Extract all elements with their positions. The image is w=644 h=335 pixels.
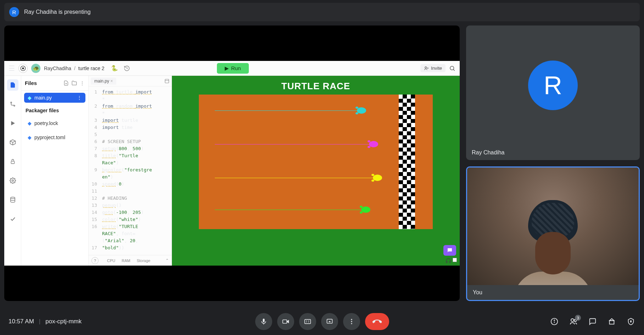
packager-section-label: Packager files	[21, 105, 88, 116]
file-name: pyproject.toml	[34, 135, 65, 140]
packages-rail-icon[interactable]	[7, 137, 18, 148]
time-meeting-code: 10:57 AM | pox-cptj-mmk	[9, 318, 82, 325]
svg-rect-32	[610, 320, 614, 324]
search-icon[interactable]	[449, 65, 455, 72]
bottom-bar: 10:57 AM | pox-cptj-mmk 3	[0, 308, 644, 335]
participants-sidebar: R Ray Chadiha ⋯ You	[466, 25, 640, 301]
code-panel: main.py × 1 2 345678 9 10111213141516 17…	[89, 76, 172, 266]
svg-marker-9	[11, 121, 15, 125]
files-rail-icon[interactable]	[7, 79, 18, 91]
banner-text: Ray Chadiha is presenting	[24, 9, 91, 15]
run-button[interactable]: ▶ Run	[217, 63, 249, 74]
file-item-main[interactable]: ◆ main.py ⋮	[24, 93, 85, 103]
file-name: poetry.lock	[34, 120, 58, 126]
layout-icon[interactable]	[164, 79, 169, 84]
clock-time: 10:57 AM	[9, 318, 34, 325]
svg-line-6	[453, 69, 455, 71]
more-options-button[interactable]	[343, 313, 360, 330]
checkbox-icon[interactable]	[453, 258, 457, 262]
end-call-button[interactable]	[365, 313, 389, 330]
chevron-up-icon[interactable]: ⌃	[166, 258, 169, 263]
svg-rect-21	[304, 319, 310, 324]
turtle-icon	[357, 107, 366, 114]
icon-rail	[4, 76, 21, 266]
settings-rail-icon[interactable]	[7, 175, 18, 186]
code-text: from turtle import * from random import …	[100, 86, 172, 255]
host-controls-icon[interactable]	[626, 317, 635, 326]
replit-window: ☰ 🐢 RayChadiha / turtle race 2 🐍 ▶ Run	[4, 61, 460, 266]
new-file-icon[interactable]	[63, 80, 69, 86]
presentation-banner: R Ray Chadiha is presenting	[4, 3, 640, 21]
replit-toolbar: ☰ 🐢 RayChadiha / turtle race 2 🐍 ▶ Run	[4, 61, 460, 76]
secrets-rail-icon[interactable]	[7, 156, 18, 167]
people-icon[interactable]: 3	[569, 317, 578, 326]
help-icon[interactable]: ?	[91, 257, 99, 264]
svg-point-29	[571, 319, 574, 322]
race-track	[199, 95, 433, 229]
svg-point-1	[22, 67, 24, 69]
right-controls: 3	[550, 317, 635, 326]
info-icon[interactable]	[550, 317, 559, 326]
turtle-icon	[361, 206, 370, 213]
deploy-rail-icon[interactable]	[7, 118, 18, 129]
python-file-icon: ◆	[28, 95, 32, 101]
check-rail-icon[interactable]	[7, 213, 18, 225]
mic-button[interactable]	[255, 313, 272, 330]
you-label: You	[467, 285, 639, 300]
meeting-code: pox-cptj-mmk	[45, 318, 82, 325]
output-footer-icons	[446, 258, 457, 263]
play-icon: ▶	[225, 65, 229, 72]
invite-button[interactable]: Invite	[420, 64, 446, 72]
camera-view	[467, 168, 639, 285]
python-icon: 🐍	[111, 65, 118, 72]
presenter-avatar-large: R	[528, 61, 578, 110]
file-item[interactable]: ◆ pyproject.toml	[24, 132, 85, 142]
chat-icon[interactable]	[588, 317, 597, 326]
activities-icon[interactable]	[607, 317, 616, 326]
svg-rect-19	[282, 320, 287, 323]
svg-point-8	[14, 105, 15, 106]
more-icon[interactable]: ⋮	[80, 80, 85, 86]
main-area: ☰ 🐢 RayChadiha / turtle race 2 🐍 ▶ Run	[0, 21, 644, 301]
svg-point-23	[351, 319, 352, 320]
svg-point-12	[11, 197, 15, 199]
user-avatar-chip[interactable]: 🐢	[31, 64, 40, 73]
camera-button[interactable]	[277, 313, 294, 330]
python-file-icon: ◆	[28, 120, 32, 126]
database-rail-icon[interactable]	[7, 194, 18, 205]
files-title: Files	[25, 80, 37, 86]
code-editor[interactable]: 1 2 345678 9 10111213141516 17 from turt…	[89, 86, 172, 255]
python-file-icon: ◆	[28, 135, 32, 140]
line-gutter: 1 2 345678 9 10111213141516 17	[89, 86, 100, 255]
breadcrumb-owner[interactable]: RayChadiha	[44, 66, 71, 71]
present-button[interactable]	[321, 313, 338, 330]
history-icon[interactable]	[124, 65, 130, 72]
headphones-icon[interactable]	[446, 258, 451, 263]
svg-rect-17	[446, 261, 447, 263]
replit-body: Files ⋮ ◆ main.py ⋮ Packager files	[4, 76, 460, 266]
participant-count-badge: 3	[575, 315, 581, 321]
breadcrumb-project[interactable]: turtle race 2	[78, 66, 105, 71]
chat-fab-icon[interactable]	[443, 245, 456, 256]
replit-logo[interactable]	[18, 64, 28, 73]
presenter-tile[interactable]: R Ray Chadiha	[466, 25, 640, 160]
finish-line	[399, 95, 415, 229]
svg-rect-15	[165, 79, 169, 83]
svg-rect-10	[11, 161, 14, 164]
file-item[interactable]: ◆ poetry.lock	[24, 118, 85, 128]
svg-point-7	[11, 102, 12, 103]
svg-point-11	[12, 180, 13, 182]
version-rail-icon[interactable]	[7, 98, 18, 110]
hamburger-icon[interactable]: ☰	[9, 64, 15, 73]
output-panel: TURTLE RACE	[172, 76, 460, 266]
code-tab-main[interactable]: main.py ×	[91, 78, 116, 85]
you-tile[interactable]: ⋯ You	[466, 166, 640, 301]
svg-point-28	[554, 320, 555, 320]
presenter-name-label: Ray Chadiha	[466, 145, 640, 160]
file-menu-icon[interactable]: ⋮	[77, 95, 82, 101]
captions-button[interactable]	[299, 313, 316, 330]
ram-label: RAM	[122, 259, 130, 263]
new-folder-icon[interactable]	[72, 80, 77, 86]
invite-label: Invite	[431, 66, 442, 71]
turtle-trail	[215, 178, 377, 178]
